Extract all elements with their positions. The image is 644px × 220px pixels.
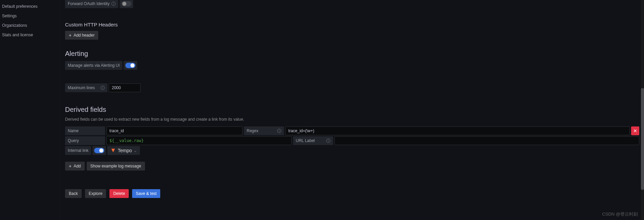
derived-field-row-2: Query URL Label i — [65, 136, 639, 145]
label-text: Maximum lines — [68, 85, 95, 90]
sidebar: Default preferences Settings Organizatio… — [0, 0, 60, 220]
info-icon[interactable]: i — [111, 2, 116, 6]
name-label: Name — [65, 126, 105, 135]
back-button[interactable]: Back — [65, 189, 82, 198]
sidebar-item-stats-license[interactable]: Stats and license — [0, 30, 60, 40]
query-label: Query — [65, 136, 105, 145]
forward-oauth-toggle[interactable] — [121, 1, 132, 7]
save-test-button[interactable]: Save & test — [132, 189, 160, 198]
derived-name-input[interactable] — [106, 126, 243, 135]
button-label: Add — [74, 164, 81, 168]
button-label: Add header — [74, 33, 95, 38]
internal-link-toggle[interactable] — [94, 147, 105, 154]
close-icon: ✕ — [633, 128, 637, 134]
derived-regex-input[interactable] — [285, 126, 630, 135]
button-label: Show example log message — [90, 164, 141, 168]
button-label: Back — [69, 191, 78, 196]
button-label: Save & test — [136, 191, 157, 196]
label-text: URL Label — [296, 138, 315, 143]
chevron-down-icon: ⌄ — [134, 149, 137, 153]
sidebar-item-organizations[interactable]: Organizations — [0, 21, 60, 30]
datasource-picker[interactable]: Tempo ⌄ — [107, 146, 140, 155]
bottom-action-bar: Back Explore Delete Save & test — [65, 189, 639, 198]
info-icon[interactable]: i — [101, 86, 105, 90]
toggle-wrapper — [120, 0, 133, 8]
label-text: Forward OAuth Identity — [68, 1, 109, 6]
label-text: Name — [68, 128, 79, 133]
manage-alerts-label: Manage alerts via Alerting UI — [65, 61, 122, 70]
label-text: Manage alerts via Alerting UI — [68, 63, 120, 68]
plus-icon: + — [69, 33, 71, 38]
toggle-wrapper — [124, 61, 137, 70]
add-derived-button[interactable]: + Add — [65, 162, 85, 171]
manage-alerts-toggle[interactable] — [125, 62, 136, 68]
scrollbar-track — [641, 0, 644, 220]
toggle-wrapper — [92, 146, 106, 155]
custom-headers-title: Custom HTTP Headers — [65, 22, 639, 27]
explore-button[interactable]: Explore — [85, 189, 106, 198]
show-example-button[interactable]: Show example log message — [87, 162, 145, 171]
add-header-button[interactable]: + Add header — [65, 31, 98, 40]
label-text: Regex — [247, 128, 258, 133]
derived-fields-title: Derived fields — [65, 106, 639, 114]
derived-query-input[interactable] — [106, 136, 292, 145]
sidebar-item-settings[interactable]: Settings — [0, 11, 60, 21]
delete-button[interactable]: Delete — [109, 189, 129, 198]
regex-label: Regex i — [244, 126, 284, 135]
max-lines-label: Maximum lines i — [65, 83, 107, 92]
plus-icon: + — [69, 164, 71, 168]
info-icon[interactable]: i — [277, 129, 281, 133]
sidebar-item-default-preferences[interactable]: Default preferences — [0, 2, 60, 11]
internal-link-label: Internal link — [65, 146, 91, 155]
tempo-icon — [111, 148, 116, 153]
button-label: Delete — [113, 191, 125, 196]
scrollbar-thumb[interactable] — [641, 88, 644, 190]
max-lines-input[interactable] — [109, 83, 141, 92]
url-label-label: URL Label i — [293, 136, 333, 145]
main-content: Forward OAuth Identity i Custom HTTP Hea… — [60, 0, 644, 220]
derived-field-row-1: Name Regex i ✕ — [65, 126, 639, 135]
label-text: Internal link — [68, 148, 88, 153]
alerting-title: Alerting — [65, 50, 639, 58]
info-icon[interactable]: i — [326, 139, 330, 143]
datasource-name: Tempo — [118, 148, 132, 153]
forward-oauth-label: Forward OAuth Identity i — [65, 0, 118, 8]
label-text: Query — [68, 138, 79, 143]
derived-fields-description: Derived fields can be used to extract ne… — [65, 117, 639, 122]
derived-fields-buttons: + Add Show example log message — [65, 162, 639, 171]
remove-field-button[interactable]: ✕ — [631, 126, 639, 135]
derived-url-label-input[interactable] — [334, 136, 639, 145]
button-label: Explore — [89, 191, 103, 196]
